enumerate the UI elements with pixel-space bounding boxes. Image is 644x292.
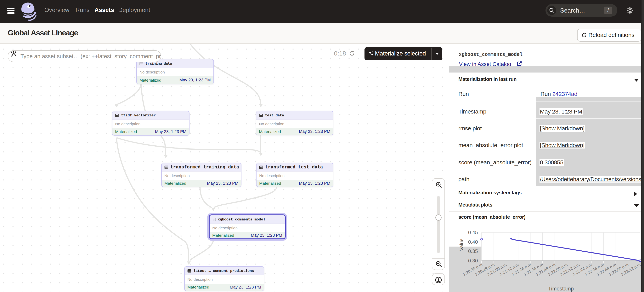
svg-text:Timestamp: Timestamp	[548, 286, 574, 291]
svg-text:0.40: 0.40	[468, 239, 478, 245]
svg-text:Value: Value	[458, 238, 464, 251]
svg-text:0.30: 0.30	[468, 258, 478, 263]
svg-text:0.45: 0.45	[468, 229, 478, 235]
svg-text:0.35: 0.35	[468, 248, 478, 254]
